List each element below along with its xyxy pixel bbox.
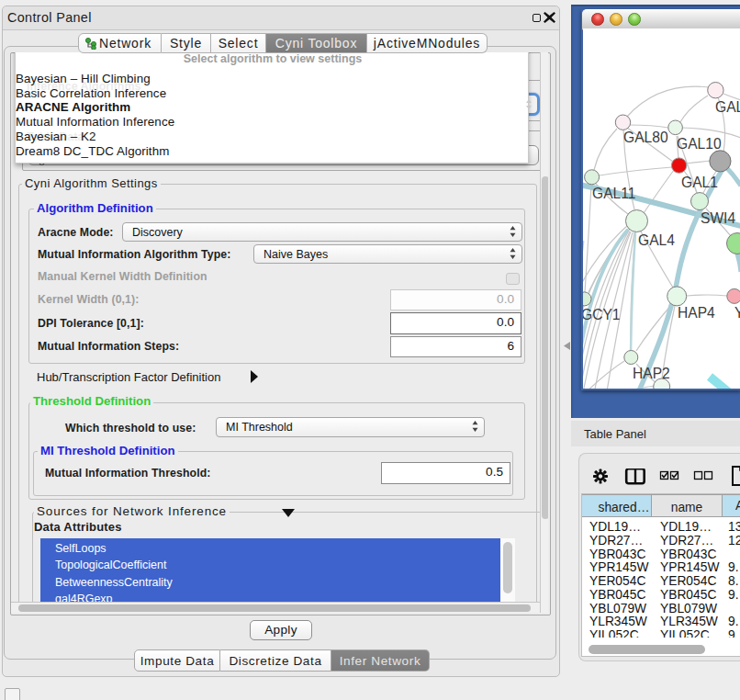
svg-text:GAL1: GAL1 bbox=[681, 175, 718, 190]
svg-text:GAL3: GAL3 bbox=[715, 99, 740, 115]
svg-text:GAL10: GAL10 bbox=[677, 136, 722, 152]
svg-text:HAP2: HAP2 bbox=[633, 366, 670, 381]
svg-text:GAL4: GAL4 bbox=[638, 232, 675, 248]
svg-text:GAL11: GAL11 bbox=[592, 186, 635, 201]
svg-text:YM: YM bbox=[734, 305, 740, 321]
svg-text:SWI4: SWI4 bbox=[701, 210, 735, 226]
svg-text:GAL80: GAL80 bbox=[623, 130, 668, 145]
svg-text:GCY1: GCY1 bbox=[583, 307, 620, 322]
svg-text:HAP4: HAP4 bbox=[678, 305, 715, 321]
